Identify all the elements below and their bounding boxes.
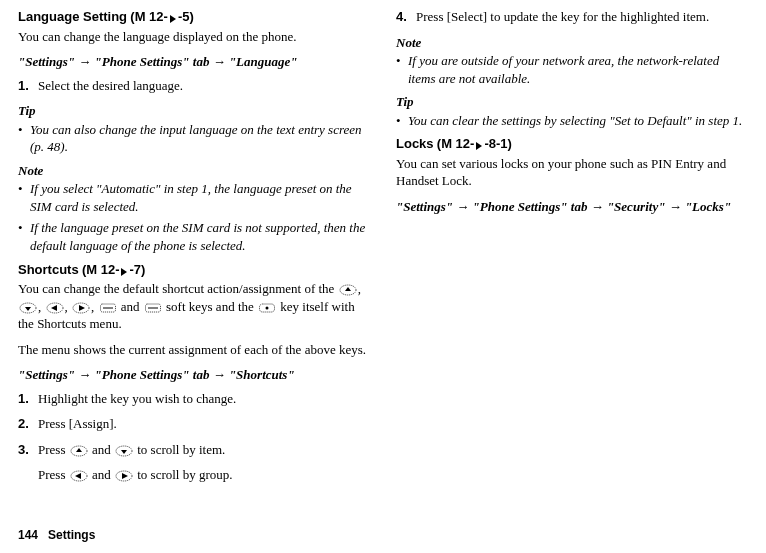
step-item: 4. Press [Select] to update the key for … [396,8,746,26]
left-key-icon [46,302,64,314]
step-number: 1. [18,390,38,408]
step-item: 1. Highlight the key you wish to change. [18,390,368,408]
shortcuts-steps-cont: 4. Press [Select] to update the key for … [396,8,746,26]
text-part: to scroll by group. [134,467,233,482]
down-key-icon [115,445,133,457]
sep: , [65,299,72,314]
left-key-icon [70,470,88,482]
locks-heading-line: Locks (M 12--8-1) [396,135,746,153]
document-page: Language Setting (M 12--5) You can chang… [0,0,766,553]
step-text: Press [Assign]. [38,415,368,433]
footer-section: Settings [48,528,95,542]
step-item: 1. Select the desired language. [18,77,368,95]
right-key-icon [72,302,90,314]
step-text: Select the desired language. [38,77,368,95]
note-item: • If you select "Automatic" in step 1, t… [18,180,368,215]
language-setting-mcode: (M 12--5) [130,9,193,24]
mcode-suffix: -8-1) [484,136,511,151]
text-part: to scroll by item. [134,442,225,457]
mcode-prefix: (M 12- [437,136,475,151]
mcode-prefix: (M 12- [82,262,120,277]
mcode-suffix: -7) [129,262,145,277]
tip-label: Tip [396,93,746,111]
language-setting-title: Language Setting [18,9,127,24]
step3-subline: Press and to scroll by group. [38,466,368,484]
mcode-prefix: (M 12- [130,9,168,24]
note-item: • If you are outside of your network are… [396,52,746,87]
shortcuts-heading-line: Shortcuts (M 12--7) [18,261,368,279]
step-number: 2. [18,415,38,433]
text-part: and [89,442,114,457]
language-setting-steps: 1. Select the desired language. [18,77,368,95]
step-number: 1. [18,77,38,95]
sep-and: and [118,299,143,314]
tip-label: Tip [18,102,368,120]
step-number: 3. [18,441,38,459]
up-key-icon [339,284,357,296]
page-number: 144 [18,528,38,542]
shortcuts-title: Shortcuts [18,262,79,277]
step-number: 4. [396,8,416,26]
locks-mcode: (M 12--8-1) [437,136,512,151]
right-arrow-icon [169,14,177,24]
locks-intro: You can set various locks on your phone … [396,155,746,190]
down-key-icon [19,302,37,314]
center-key-icon [258,302,276,314]
step-text: Press [Select] to update the key for the… [416,8,746,26]
locks-nav: "Settings" → "Phone Settings" tab → "Sec… [396,198,746,216]
shortcuts-steps: 1. Highlight the key you wish to change.… [18,390,368,459]
note-text: If you are outside of your network area,… [408,52,746,87]
note-label: Note [396,34,746,52]
right-column: 4. Press [Select] to update the key for … [396,8,746,492]
tip-list: • You can also change the input language… [18,121,368,156]
two-column-layout: Language Setting (M 12--5) You can chang… [18,8,748,492]
text-part: Press [38,467,69,482]
tip-item: • You can clear the settings by selectin… [396,112,746,130]
right-arrow-icon [120,267,128,277]
right-arrow-icon [475,141,483,151]
bullet-icon: • [18,121,30,156]
tip-text: You can clear the settings by selecting … [408,112,746,130]
intro-text: soft keys and the [163,299,257,314]
bullet-icon: • [18,180,30,215]
note-label: Note [18,162,368,180]
sep: , [38,299,45,314]
sep: , [358,281,361,296]
step-item: 3. Press and to scroll by item. [18,441,368,459]
shortcuts-mcode: (M 12--7) [82,262,145,277]
shortcuts-intro: You can change the default shortcut acti… [18,280,368,333]
note-list: • If you are outside of your network are… [396,52,746,87]
note-list: • If you select "Automatic" in step 1, t… [18,180,368,254]
step-item: 2. Press [Assign]. [18,415,368,433]
language-setting-nav: "Settings" → "Phone Settings" tab → "Lan… [18,53,368,71]
language-setting-intro: You can change the language displayed on… [18,28,368,46]
shortcuts-menu-shows: The menu shows the current assignment of… [18,341,368,359]
sep: , [91,299,98,314]
soft-key-icon [99,302,117,314]
language-setting-heading-line: Language Setting (M 12--5) [18,8,368,26]
step-text: Press and to scroll by item. [38,441,368,459]
shortcuts-nav: "Settings" → "Phone Settings" tab → "Sho… [18,366,368,384]
page-footer: 144Settings [18,527,95,543]
left-column: Language Setting (M 12--5) You can chang… [18,8,368,492]
tip-list: • You can clear the settings by selectin… [396,112,746,130]
mcode-suffix: -5) [178,9,194,24]
text-part: Press [38,442,69,457]
soft-key-icon [144,302,162,314]
step-text: Highlight the key you wish to change. [38,390,368,408]
bullet-icon: • [396,52,408,87]
locks-title: Locks [396,136,434,151]
note-item: • If the language preset on the SIM card… [18,219,368,254]
intro-text: You can change the default shortcut acti… [18,281,338,296]
right-key-icon [115,470,133,482]
text-part: and [89,467,114,482]
tip-item: • You can also change the input language… [18,121,368,156]
note-text: If the language preset on the SIM card i… [30,219,368,254]
up-key-icon [70,445,88,457]
bullet-icon: • [396,112,408,130]
note-text: If you select "Automatic" in step 1, the… [30,180,368,215]
tip-text: You can also change the input language o… [30,121,368,156]
bullet-icon: • [18,219,30,254]
